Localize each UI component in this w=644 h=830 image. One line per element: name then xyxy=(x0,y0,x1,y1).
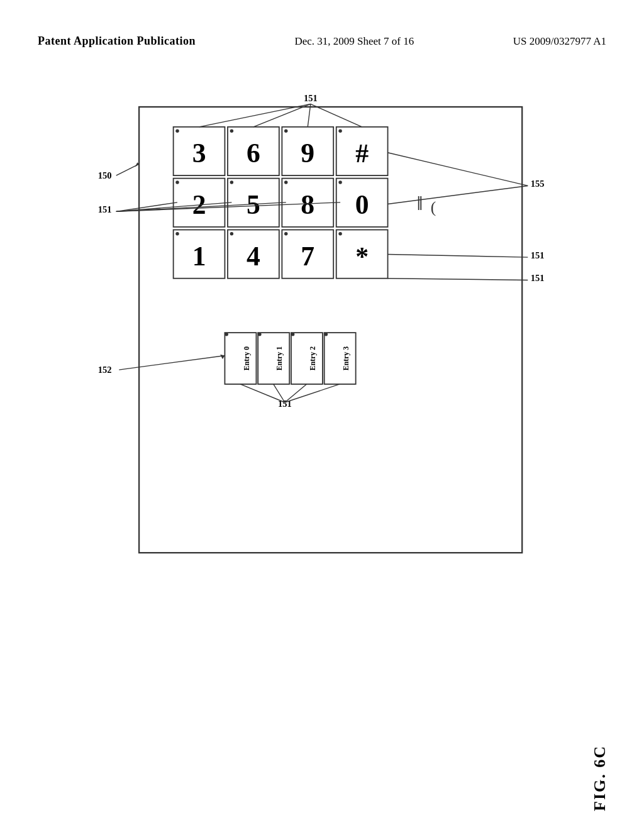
svg-line-51 xyxy=(253,104,311,126)
svg-text:Entry 0: Entry 0 xyxy=(242,346,251,370)
svg-text:151: 151 xyxy=(304,93,318,103)
svg-text:9: 9 xyxy=(301,138,314,168)
svg-point-48 xyxy=(325,333,328,336)
svg-line-70 xyxy=(388,279,528,280)
svg-text:2: 2 xyxy=(192,189,206,219)
svg-rect-46 xyxy=(325,333,356,384)
svg-rect-7 xyxy=(282,127,333,175)
svg-text:1: 1 xyxy=(192,241,206,271)
svg-point-45 xyxy=(291,333,294,336)
svg-line-58 xyxy=(116,202,177,212)
svg-text:6: 6 xyxy=(247,138,260,168)
svg-rect-28 xyxy=(228,230,279,278)
svg-rect-16 xyxy=(228,179,279,227)
svg-line-63 xyxy=(388,153,528,186)
svg-line-52 xyxy=(308,104,311,126)
svg-line-76 xyxy=(274,384,285,402)
svg-line-61 xyxy=(116,202,340,212)
svg-line-77 xyxy=(285,384,307,402)
svg-rect-1 xyxy=(174,127,225,175)
svg-rect-31 xyxy=(282,230,333,278)
svg-text:*: * xyxy=(355,242,369,271)
svg-point-9 xyxy=(284,129,287,132)
svg-line-72 xyxy=(119,355,225,370)
svg-point-30 xyxy=(230,232,233,235)
svg-text:‖: ‖ xyxy=(416,195,423,210)
svg-rect-13 xyxy=(174,179,225,227)
svg-rect-25 xyxy=(174,230,225,278)
svg-text:151: 151 xyxy=(531,273,545,283)
svg-point-21 xyxy=(284,180,287,184)
svg-text:0: 0 xyxy=(355,189,369,219)
diagram-area: 3 6 9 # 2 5 8 0 1 4 7 * xyxy=(50,75,594,704)
svg-point-27 xyxy=(175,232,179,235)
patent-number: US 2009/0327977 A1 xyxy=(513,35,606,48)
svg-point-39 xyxy=(225,333,228,336)
svg-point-15 xyxy=(175,180,179,184)
svg-text:#: # xyxy=(355,139,369,168)
svg-rect-4 xyxy=(228,127,279,175)
svg-rect-22 xyxy=(336,179,388,227)
figure-label: FIG. 6C xyxy=(591,745,609,811)
svg-point-36 xyxy=(338,232,341,235)
publication-title: Patent Application Publication xyxy=(38,35,196,48)
svg-rect-40 xyxy=(258,333,289,384)
svg-rect-34 xyxy=(336,230,388,278)
svg-text:Entry 1: Entry 1 xyxy=(275,346,284,370)
svg-marker-73 xyxy=(220,355,225,359)
svg-point-3 xyxy=(175,129,179,132)
svg-line-64 xyxy=(388,185,528,204)
svg-line-55 xyxy=(116,164,139,175)
svg-text:Entry 2: Entry 2 xyxy=(308,346,317,370)
svg-text:152: 152 xyxy=(98,365,112,375)
svg-text:155: 155 xyxy=(531,179,545,189)
svg-text:151: 151 xyxy=(531,250,545,260)
svg-point-6 xyxy=(230,129,233,132)
svg-text:3: 3 xyxy=(192,138,206,168)
svg-line-75 xyxy=(240,384,285,402)
svg-rect-19 xyxy=(282,179,333,227)
svg-line-68 xyxy=(388,255,528,258)
svg-point-33 xyxy=(284,232,287,235)
svg-text:5: 5 xyxy=(247,189,260,219)
svg-text:Entry 3: Entry 3 xyxy=(341,346,350,370)
svg-line-53 xyxy=(311,104,362,126)
svg-point-42 xyxy=(258,333,261,336)
svg-text:151: 151 xyxy=(278,399,292,409)
svg-point-24 xyxy=(338,180,341,184)
svg-text:8: 8 xyxy=(301,189,314,219)
publication-date: Dec. 31, 2009 Sheet 7 of 16 xyxy=(294,35,414,48)
svg-point-18 xyxy=(230,180,233,184)
svg-text:150: 150 xyxy=(98,170,112,180)
page-header: Patent Application Publication Dec. 31, … xyxy=(0,35,644,48)
svg-line-59 xyxy=(116,202,232,212)
svg-line-50 xyxy=(199,104,311,126)
svg-point-12 xyxy=(338,129,341,132)
svg-text:7: 7 xyxy=(301,241,314,271)
svg-text:4: 4 xyxy=(247,241,260,271)
svg-marker-56 xyxy=(135,162,139,167)
diagram-svg: 3 6 9 # 2 5 8 0 1 4 7 * xyxy=(50,75,594,704)
svg-rect-37 xyxy=(225,333,256,384)
svg-rect-10 xyxy=(336,127,388,175)
svg-line-60 xyxy=(116,202,286,212)
svg-text:(: ( xyxy=(431,198,436,216)
svg-line-78 xyxy=(285,384,340,402)
svg-text:151: 151 xyxy=(98,204,112,214)
svg-rect-0 xyxy=(139,107,522,553)
svg-rect-43 xyxy=(291,333,323,384)
